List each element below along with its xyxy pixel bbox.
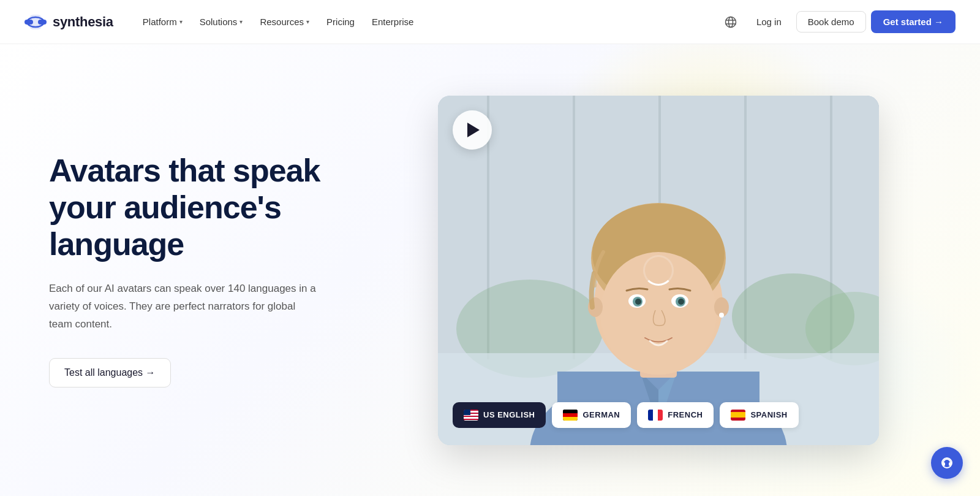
language-tab-french[interactable]: FRENCH [637,402,714,428]
language-tab-german[interactable]: GERMAN [552,402,631,428]
hero-subtitle: Each of our AI avatars can speak over 14… [49,280,318,334]
flag-fr [648,410,663,421]
nav-resources[interactable]: Resources ▾ [252,12,317,32]
main-content: Avatars that speak your audience's langu… [0,44,980,496]
globe-icon [725,16,737,28]
svg-point-34 [719,313,724,318]
book-demo-button[interactable]: Book demo [796,11,866,32]
navbar: synthesia Platform ▾ Solutions ▾ Resourc… [0,0,980,44]
hero-right: US ENGLISH GERMAN FREN [386,96,931,445]
svg-point-30 [635,299,641,305]
nav-enterprise[interactable]: Enterprise [364,12,421,32]
language-tab-us-english[interactable]: US ENGLISH [453,402,546,428]
svg-point-4 [728,17,733,27]
platform-chevron-icon: ▾ [179,18,183,25]
nav-pricing[interactable]: Pricing [319,12,362,32]
hero-title: Avatars that speak your audience's langu… [49,153,349,262]
test-languages-button[interactable]: Test all languages → [49,358,171,387]
nav-platform[interactable]: Platform ▾ [135,12,190,32]
language-selector-button[interactable] [720,11,742,33]
svg-rect-37 [949,462,951,466]
video-container: US ENGLISH GERMAN FREN [438,96,879,445]
nav-left: synthesia Platform ▾ Solutions ▾ Resourc… [24,12,421,32]
nav-right: Log in Book demo Get started → [720,10,956,33]
resources-chevron-icon: ▾ [306,18,309,25]
flag-us [464,410,478,421]
flag-de [563,410,578,421]
svg-rect-36 [943,462,945,466]
language-tabs: US ENGLISH GERMAN FREN [453,402,799,428]
play-button[interactable] [453,110,492,150]
logo[interactable]: synthesia [24,14,113,30]
play-icon [467,123,480,137]
support-button[interactable] [931,447,963,479]
nav-links: Platform ▾ Solutions ▾ Resources ▾ Prici… [135,12,421,32]
get-started-button[interactable]: Get started → [871,10,956,33]
svg-point-3 [725,17,736,27]
language-tab-spanish[interactable]: SPANISH [720,402,798,428]
loading-spinner [643,255,674,286]
brand-name: synthesia [53,14,113,30]
hero-left: Avatars that speak your audience's langu… [49,153,386,387]
solutions-chevron-icon: ▾ [239,18,243,25]
login-button[interactable]: Log in [747,12,791,32]
svg-point-31 [678,299,684,305]
headset-icon [940,456,954,470]
nav-solutions[interactable]: Solutions ▾ [192,12,251,32]
logo-icon [24,15,47,29]
flag-es [731,410,745,421]
